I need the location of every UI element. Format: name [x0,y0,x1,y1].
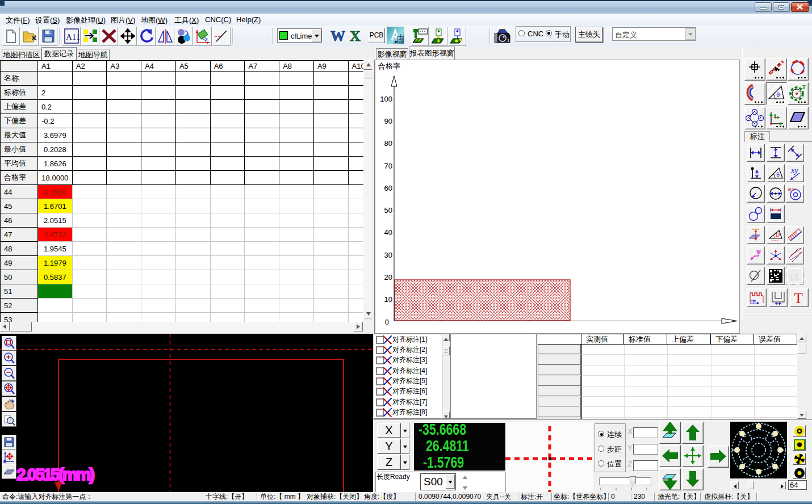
svg-text:X: X [350,28,361,44]
svg-text:1: 1 [507,37,510,43]
svg-text:60: 60 [384,184,392,192]
svg-text:A11: A11 [66,32,80,41]
svg-text:50: 50 [384,206,392,215]
svg-text:m: m [788,187,791,193]
svg-text:20: 20 [384,273,392,282]
svg-text:90: 90 [384,117,392,125]
svg-text:xy: xy [790,166,798,175]
svg-text:80: 80 [384,139,392,148]
svg-text:70: 70 [384,162,392,170]
svg-text:W: W [330,28,345,44]
svg-text:T: T [794,290,803,306]
svg-text:40: 40 [384,228,392,237]
svg-text:0: 0 [385,318,389,326]
svg-text:2.0515(mm): 2.0515(mm) [16,465,94,484]
svg-text:30: 30 [384,251,392,259]
svg-text:θ: θ [776,92,780,99]
svg-text:合格率: 合格率 [378,62,400,70]
svg-text:D: D [776,232,780,238]
svg-text:10: 10 [384,295,392,304]
svg-text:100: 100 [380,95,392,103]
svg-text:θ: θ [776,173,780,179]
